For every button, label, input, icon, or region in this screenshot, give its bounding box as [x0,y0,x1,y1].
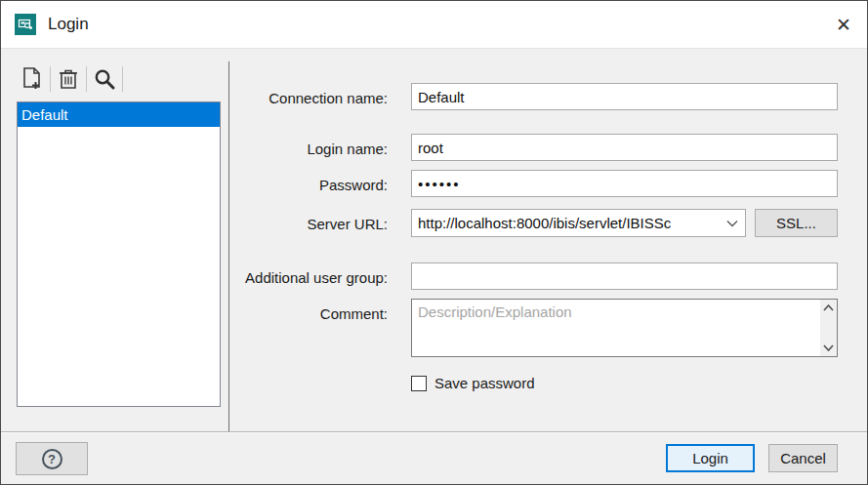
save-password-row: Save password [411,375,535,391]
password-label: Password: [1,177,388,193]
cancel-button[interactable]: Cancel [768,444,838,472]
help-button[interactable]: ? [16,442,88,475]
server-url-combobox[interactable]: http://localhost:8000/ibis/servlet/IBISS… [411,209,746,237]
vertical-divider [228,61,229,431]
comment-scrollbar[interactable] [820,300,837,356]
additional-user-group-label: Additional user group: [1,269,388,286]
comment-label: Comment: [1,305,388,322]
app-logo-icon [18,17,33,32]
window-title: Login [48,15,89,34]
new-document-icon [21,66,44,92]
password-input[interactable] [411,170,838,197]
login-dialog: Login ✕ [0,0,868,485]
search-icon [93,67,116,91]
connection-name-label: Connection name: [1,90,388,106]
footer-divider [1,431,867,433]
additional-user-group-input[interactable] [411,263,838,290]
title-bar: Login ✕ [1,1,867,49]
toolbar-separator [122,66,123,92]
close-button[interactable]: ✕ [820,1,867,48]
connection-name-input[interactable] [411,83,838,110]
login-name-input[interactable] [411,134,838,161]
login-name-label: Login name: [1,141,388,157]
login-button[interactable]: Login [666,444,755,472]
comment-textarea[interactable] [412,300,820,356]
comment-field [411,299,838,357]
server-url-value: http://localhost:8000/ibis/servlet/IBISS… [412,215,720,231]
toolbar-separator [86,66,87,92]
save-password-checkbox[interactable] [411,376,427,391]
help-icon: ? [42,449,62,469]
server-url-label: Server URL: [1,216,388,232]
ssl-button[interactable]: SSL... [755,209,838,237]
scroll-down-icon[interactable] [820,340,837,356]
save-password-label: Save password [434,375,535,391]
app-icon [15,14,36,35]
chevron-down-icon[interactable] [720,220,745,227]
toolbar-separator [50,66,51,92]
scroll-up-icon[interactable] [820,300,837,316]
trash-icon [58,67,79,91]
